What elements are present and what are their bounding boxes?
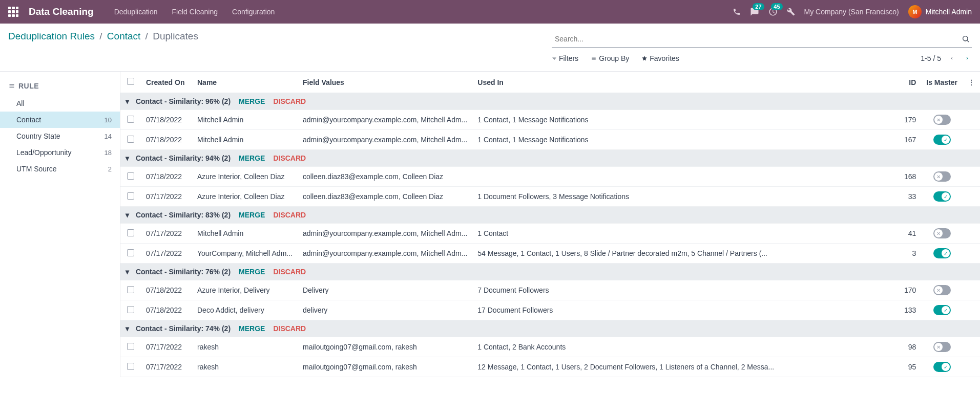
phone-icon[interactable]: [733, 8, 741, 16]
user-menu[interactable]: M Mitchell Admin: [908, 5, 972, 18]
master-toggle[interactable]: ✕: [933, 115, 951, 125]
sidebar-item-lead-opportunity[interactable]: Lead/Opportunity18: [0, 144, 120, 161]
header-used-in[interactable]: Used In: [472, 72, 895, 93]
group-row[interactable]: ▾ Contact - Similarity: 74% (2)MERGEDISC…: [120, 320, 980, 337]
row-checkbox[interactable]: [127, 286, 134, 293]
company-selector[interactable]: My Company (San Francisco): [804, 8, 899, 16]
cell-id: 3: [895, 244, 921, 264]
group-row[interactable]: ▾ Contact - Similarity: 76% (2)MERGEDISC…: [120, 264, 980, 280]
header-id[interactable]: ID: [895, 72, 921, 93]
table-row[interactable]: 07/18/2022Deco Addict, deliverydelivery1…: [120, 300, 980, 320]
caret-down-icon[interactable]: ▾: [126, 154, 132, 162]
discard-button[interactable]: DISCARD: [273, 211, 306, 219]
caret-down-icon[interactable]: ▾: [126, 324, 132, 333]
menu-configuration[interactable]: Configuration: [232, 8, 275, 16]
row-checkbox[interactable]: [127, 306, 134, 313]
pager-prev[interactable]: [947, 53, 956, 64]
table-row[interactable]: 07/17/2022rakeshmailoutgoing07@gmail.com…: [120, 337, 980, 357]
group-row[interactable]: ▾ Contact - Similarity: 96% (2)MERGEDISC…: [120, 93, 980, 110]
cell-field-values: mailoutgoing07@gmail.com, rakesh: [298, 337, 472, 357]
row-checkbox[interactable]: [127, 363, 134, 370]
master-toggle[interactable]: ✕: [933, 285, 951, 295]
merge-button[interactable]: MERGE: [239, 268, 265, 276]
master-toggle[interactable]: ✕: [933, 342, 951, 352]
header-is-master[interactable]: Is Master: [921, 72, 963, 93]
breadcrumb-contact[interactable]: Contact: [107, 31, 140, 41]
merge-button[interactable]: MERGE: [239, 324, 265, 333]
search-input[interactable]: [552, 33, 960, 45]
columns-kebab-icon[interactable]: ⋮: [968, 78, 975, 86]
favorites-button[interactable]: Favorites: [641, 54, 679, 62]
filters-button[interactable]: Filters: [552, 54, 578, 62]
group-title: Contact - Similarity: 96% (2): [136, 97, 231, 105]
pager-next[interactable]: [963, 53, 972, 64]
caret-down-icon[interactable]: ▾: [126, 268, 132, 276]
select-all-checkbox[interactable]: [127, 78, 134, 85]
cell-name: Deco Addict, delivery: [192, 300, 298, 320]
discard-button[interactable]: DISCARD: [273, 268, 306, 276]
cell-id: 95: [895, 357, 921, 377]
discard-button[interactable]: DISCARD: [273, 154, 306, 162]
table-row[interactable]: 07/17/2022rakeshmailoutgoing07@gmail.com…: [120, 357, 980, 377]
group-title: Contact - Similarity: 83% (2): [136, 211, 231, 219]
cell-used-in: 1 Contact, 1 Message Notifications: [472, 130, 895, 150]
row-checkbox[interactable]: [127, 249, 134, 256]
merge-button[interactable]: MERGE: [239, 154, 265, 162]
cell-is-master: ✓: [921, 300, 963, 320]
tools-icon[interactable]: [787, 8, 795, 16]
table-row[interactable]: 07/17/2022Azure Interior, Colleen Diazco…: [120, 187, 980, 207]
menu-field-cleaning[interactable]: Field Cleaning: [172, 8, 218, 16]
discard-button[interactable]: DISCARD: [273, 324, 306, 333]
sidebar-item-label: UTM Source: [16, 165, 57, 173]
avatar: M: [908, 5, 922, 18]
master-toggle[interactable]: ✓: [933, 305, 951, 315]
sidebar-item-all[interactable]: All: [0, 95, 120, 112]
activity-icon[interactable]: 45: [768, 7, 778, 16]
master-toggle[interactable]: ✕: [933, 171, 951, 182]
groupby-button[interactable]: Group By: [591, 54, 629, 62]
row-checkbox[interactable]: [127, 116, 134, 123]
cell-created-on: 07/17/2022: [141, 244, 192, 264]
merge-button[interactable]: MERGE: [239, 97, 265, 105]
header-name[interactable]: Name: [192, 72, 298, 93]
group-row[interactable]: ▾ Contact - Similarity: 94% (2)MERGEDISC…: [120, 150, 980, 167]
sidebar-item-utm-source[interactable]: UTM Source2: [0, 161, 120, 177]
header-created-on[interactable]: Created On: [141, 72, 192, 93]
row-checkbox[interactable]: [127, 229, 134, 236]
cell-id: 179: [895, 110, 921, 130]
group-row[interactable]: ▾ Contact - Similarity: 83% (2)MERGEDISC…: [120, 207, 980, 224]
sidebar-item-country-state[interactable]: Country State14: [0, 128, 120, 144]
cell-field-values: mailoutgoing07@gmail.com, rakesh: [298, 357, 472, 377]
row-checkbox[interactable]: [127, 343, 134, 350]
table-row[interactable]: 07/18/2022Mitchell Adminadmin@yourcompan…: [120, 110, 980, 130]
table-row[interactable]: 07/17/2022Mitchell Adminadmin@yourcompan…: [120, 224, 980, 244]
header-field-values[interactable]: Field Values: [298, 72, 472, 93]
table-row[interactable]: 07/17/2022YourCompany, Mitchell Adm...ad…: [120, 244, 980, 264]
table-row[interactable]: 07/18/2022Azure Interior, Colleen Diazco…: [120, 167, 980, 187]
master-toggle[interactable]: ✓: [933, 191, 951, 202]
row-checkbox[interactable]: [127, 192, 134, 200]
master-toggle[interactable]: ✓: [933, 135, 951, 145]
master-toggle[interactable]: ✕: [933, 228, 951, 238]
menu-deduplication[interactable]: Deduplication: [114, 8, 158, 16]
navbar-menu: Deduplication Field Cleaning Configurati…: [114, 8, 275, 16]
discuss-icon[interactable]: 27: [750, 7, 759, 16]
row-checkbox[interactable]: [127, 136, 134, 143]
cell-spacer: [963, 130, 980, 150]
control-row: Deduplication Rules / Contact / Duplicat…: [0, 24, 980, 64]
caret-down-icon[interactable]: ▾: [126, 211, 132, 219]
breadcrumb-rules[interactable]: Deduplication Rules: [8, 31, 95, 41]
table-row[interactable]: 07/18/2022Azure Interior, DeliveryDelive…: [120, 280, 980, 300]
merge-button[interactable]: MERGE: [239, 211, 265, 219]
cell-id: 167: [895, 130, 921, 150]
master-toggle[interactable]: ✓: [933, 248, 951, 258]
search-icon[interactable]: [960, 33, 972, 45]
cell-used-in: 1 Document Followers, 3 Message Notifica…: [472, 187, 895, 207]
sidebar-item-contact[interactable]: Contact10: [0, 112, 120, 128]
discard-button[interactable]: DISCARD: [273, 97, 306, 105]
caret-down-icon[interactable]: ▾: [126, 97, 132, 105]
apps-icon[interactable]: [8, 7, 18, 17]
row-checkbox[interactable]: [127, 172, 134, 180]
master-toggle[interactable]: ✓: [933, 362, 951, 372]
table-row[interactable]: 07/18/2022Mitchell Adminadmin@yourcompan…: [120, 130, 980, 150]
